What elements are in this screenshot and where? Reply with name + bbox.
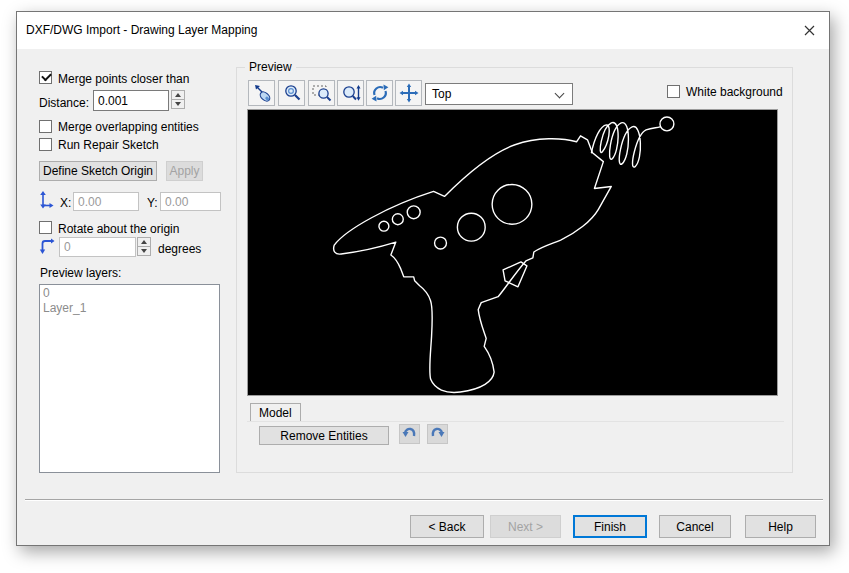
run-repair-checkbox[interactable] xyxy=(39,138,52,151)
white-background-label: White background xyxy=(686,85,783,99)
degrees-input[interactable] xyxy=(59,237,136,257)
arrow-down-icon xyxy=(175,102,181,106)
apply-button[interactable]: Apply xyxy=(166,161,203,181)
redo-button[interactable] xyxy=(427,424,448,444)
list-item[interactable]: Layer_1 xyxy=(43,301,219,316)
define-sketch-origin-button[interactable]: Define Sketch Origin xyxy=(39,161,157,181)
preview-groupbox: Preview xyxy=(236,67,793,473)
merge-overlapping-label: Merge overlapping entities xyxy=(58,120,199,134)
y-input[interactable] xyxy=(160,192,221,211)
preview-group-label: Preview xyxy=(245,60,296,74)
distance-label: Distance: xyxy=(39,96,89,110)
next-button[interactable]: Next > xyxy=(490,515,561,538)
degrees-spinner xyxy=(137,237,151,256)
zoom-in-out-button[interactable] xyxy=(337,80,364,106)
arrow-up-icon xyxy=(175,93,181,97)
dialog-window: DXF/DWG Import - Drawing Layer Mapping M… xyxy=(16,11,830,546)
back-button[interactable]: < Back xyxy=(410,515,484,538)
view-orientation-value: Top xyxy=(432,87,451,101)
title-bar: DXF/DWG Import - Drawing Layer Mapping xyxy=(17,12,829,49)
x-input[interactable] xyxy=(73,192,139,211)
distance-input[interactable] xyxy=(93,90,169,111)
view-orientation-select[interactable]: Top xyxy=(425,83,573,105)
merge-overlapping-checkbox[interactable] xyxy=(39,120,52,133)
degrees-label: degrees xyxy=(158,242,201,256)
list-item[interactable]: 0 xyxy=(43,286,219,301)
arrow-down-icon xyxy=(141,249,147,253)
zoom-to-selection-button[interactable] xyxy=(248,80,275,106)
degrees-spin-down-button[interactable] xyxy=(137,246,151,256)
pan-button[interactable] xyxy=(395,80,422,106)
y-label: Y: xyxy=(147,196,158,210)
distance-spin-down-button[interactable] xyxy=(171,99,185,109)
preview-canvas[interactable] xyxy=(247,109,778,396)
layers-listbox[interactable]: 0 Layer_1 xyxy=(39,284,220,473)
undo-button[interactable] xyxy=(399,424,420,444)
undo-icon xyxy=(402,427,417,441)
zoom-in-icon xyxy=(282,83,302,103)
rotate-view-button[interactable] xyxy=(366,80,393,106)
merge-points-checkbox[interactable] xyxy=(39,71,52,84)
rotate-about-origin-label: Rotate about the origin xyxy=(58,222,179,236)
distance-spinner xyxy=(171,90,185,109)
model-tab-label: Model xyxy=(259,406,292,420)
model-tab[interactable]: Model xyxy=(250,403,301,422)
tab-strip-line xyxy=(247,421,784,422)
preview-layers-label: Preview layers: xyxy=(40,266,121,280)
page-title: DXF/DWG Import - Drawing Layer Mapping xyxy=(26,23,257,37)
close-icon xyxy=(804,25,815,36)
arrow-up-icon xyxy=(141,240,147,244)
origin-axes-icon xyxy=(39,191,54,209)
zoom-in-button[interactable] xyxy=(278,80,305,106)
zoom-to-area-icon xyxy=(311,83,333,103)
zoom-to-area-button[interactable] xyxy=(308,80,335,106)
pan-icon xyxy=(399,83,419,103)
raygun-drawing xyxy=(248,110,777,395)
footer-separator xyxy=(25,499,823,501)
cancel-button[interactable]: Cancel xyxy=(659,515,731,538)
chevron-down-icon xyxy=(555,89,565,99)
redo-icon xyxy=(430,427,445,441)
close-button[interactable] xyxy=(795,18,823,42)
zoom-to-selection-icon xyxy=(252,83,272,103)
help-button[interactable]: Help xyxy=(745,515,816,538)
rotate-about-origin-checkbox[interactable] xyxy=(39,221,52,234)
merge-points-label: Merge points closer than xyxy=(58,72,189,86)
finish-button[interactable]: Finish xyxy=(573,515,647,538)
remove-entities-button[interactable]: Remove Entities xyxy=(259,426,389,445)
rotate-view-icon xyxy=(370,83,390,103)
run-repair-label: Run Repair Sketch xyxy=(58,138,159,152)
white-background-checkbox[interactable] xyxy=(667,85,680,98)
x-label: X: xyxy=(60,196,71,210)
rotate-icon xyxy=(39,238,55,256)
zoom-in-out-icon xyxy=(340,83,362,103)
